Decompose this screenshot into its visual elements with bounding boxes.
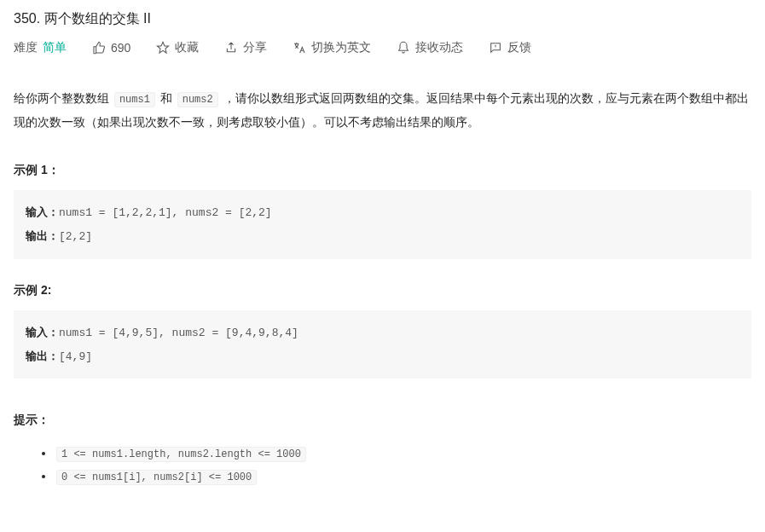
example-head: 示例 1： <box>14 163 751 178</box>
like-button[interactable]: 690 <box>92 41 130 55</box>
desc-text: 给你两个整数数组 <box>14 91 113 105</box>
list-item: 1 <= nums1.length, nums2.length <= 1000 <box>55 442 751 465</box>
output-value: [4,9] <box>59 350 92 363</box>
output-value: [2,2] <box>59 230 92 243</box>
switch-lang-button[interactable]: 切换为英文 <box>293 40 371 55</box>
feedback-button[interactable]: 反馈 <box>489 40 531 55</box>
thumbs-up-icon <box>92 41 106 55</box>
example-2: 示例 2: 输入：nums1 = [4,9,5], nums2 = [9,4,9… <box>14 283 751 379</box>
hints-head: 提示： <box>14 413 751 428</box>
constraint: 1 <= nums1.length, nums2.length <= 1000 <box>56 447 306 462</box>
share-icon <box>224 41 238 55</box>
example-block: 输入：nums1 = [1,2,2,1], nums2 = [2,2] 输出：[… <box>14 190 751 259</box>
bell-icon <box>397 41 410 55</box>
difficulty: 难度 简单 <box>14 40 67 55</box>
input-label: 输入： <box>26 326 59 338</box>
constraint: 0 <= nums1[i], nums2[i] <= 1000 <box>56 470 257 485</box>
problem-description: 给你两个整数数组 nums1 和 nums2 ，请你以数组形式返回两数组的交集。… <box>14 86 751 134</box>
meta-row: 难度 简单 690 收藏 分享 切换为英文 接收动态 反馈 <box>14 40 751 55</box>
feedback-icon <box>489 41 502 55</box>
switch-lang-label: 切换为英文 <box>311 40 371 55</box>
input-label: 输入： <box>26 205 59 218</box>
subscribe-button[interactable]: 接收动态 <box>397 40 463 55</box>
hints-section: 提示： 1 <= nums1.length, nums2.length <= 1… <box>14 413 751 488</box>
subscribe-label: 接收动态 <box>415 40 463 55</box>
difficulty-value: 简单 <box>43 40 67 55</box>
favorite-label: 收藏 <box>175 40 199 55</box>
problem-title: 350. 两个数组的交集 II <box>14 10 751 28</box>
example-block: 输入：nums1 = [4,9,5], nums2 = [9,4,9,8,4] … <box>14 310 751 379</box>
code-inline-nums2: nums2 <box>177 92 218 107</box>
example-head: 示例 2: <box>14 283 751 298</box>
share-button[interactable]: 分享 <box>224 40 267 55</box>
share-label: 分享 <box>243 40 267 55</box>
difficulty-label: 难度 <box>14 40 38 55</box>
output-label: 输出： <box>26 350 59 362</box>
code-inline-nums1: nums1 <box>114 92 155 107</box>
feedback-label: 反馈 <box>507 40 531 55</box>
input-value: nums1 = [1,2,2,1], nums2 = [2,2] <box>59 206 272 219</box>
star-icon <box>156 41 170 55</box>
input-value: nums1 = [4,9,5], nums2 = [9,4,9,8,4] <box>59 327 298 339</box>
translate-icon <box>293 41 306 55</box>
like-count: 690 <box>111 41 130 55</box>
list-item: 0 <= nums1[i], nums2[i] <= 1000 <box>55 465 751 488</box>
hints-list: 1 <= nums1.length, nums2.length <= 1000 … <box>14 442 751 488</box>
example-1: 示例 1： 输入：nums1 = [1,2,2,1], nums2 = [2,2… <box>14 163 751 259</box>
favorite-button[interactable]: 收藏 <box>156 40 199 55</box>
output-label: 输出： <box>26 229 59 242</box>
desc-text: 和 <box>157 91 176 105</box>
